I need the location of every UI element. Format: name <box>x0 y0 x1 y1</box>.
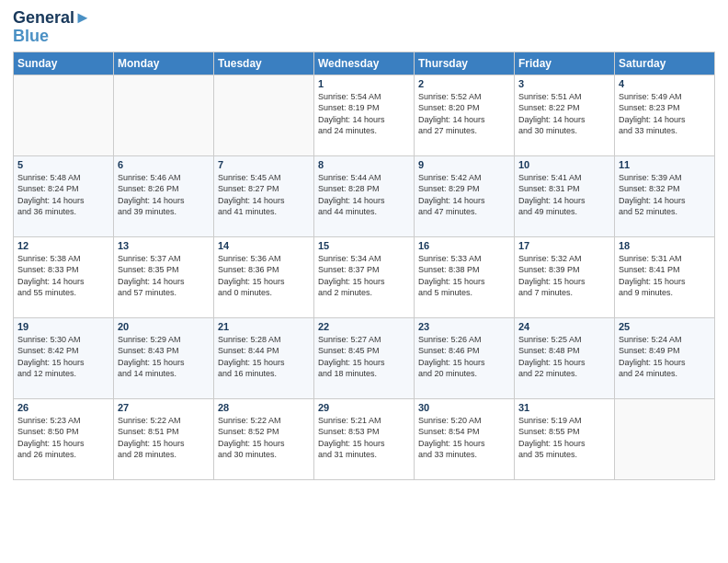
col-header-tuesday: Tuesday <box>214 52 314 75</box>
day-cell: 24Sunrise: 5:25 AM Sunset: 8:48 PM Dayli… <box>515 317 615 398</box>
day-cell: 26Sunrise: 5:23 AM Sunset: 8:50 PM Dayli… <box>14 398 114 479</box>
day-cell: 31Sunrise: 5:19 AM Sunset: 8:55 PM Dayli… <box>515 398 615 479</box>
day-number: 30 <box>418 402 510 413</box>
calendar-header-row: SundayMondayTuesdayWednesdayThursdayFrid… <box>14 52 715 75</box>
col-header-sunday: Sunday <box>14 52 114 75</box>
day-info: Sunrise: 5:32 AM Sunset: 8:39 PM Dayligh… <box>518 253 610 299</box>
day-info: Sunrise: 5:45 AM Sunset: 8:27 PM Dayligh… <box>218 172 310 218</box>
day-number: 31 <box>518 402 610 413</box>
day-info: Sunrise: 5:39 AM Sunset: 8:32 PM Dayligh… <box>619 172 711 218</box>
day-number: 21 <box>218 321 310 332</box>
day-cell: 21Sunrise: 5:28 AM Sunset: 8:44 PM Dayli… <box>214 317 314 398</box>
day-number: 27 <box>118 402 210 413</box>
day-number: 23 <box>418 321 510 332</box>
col-header-saturday: Saturday <box>615 52 715 75</box>
day-number: 4 <box>619 78 711 89</box>
page: General► Blue SundayMondayTuesdayWednesd… <box>0 0 728 563</box>
day-cell: 30Sunrise: 5:20 AM Sunset: 8:54 PM Dayli… <box>415 398 515 479</box>
day-info: Sunrise: 5:44 AM Sunset: 8:28 PM Dayligh… <box>318 172 410 218</box>
day-cell <box>615 398 715 479</box>
week-row-3: 12Sunrise: 5:38 AM Sunset: 8:33 PM Dayli… <box>14 236 715 317</box>
day-number: 3 <box>518 78 610 89</box>
day-cell: 11Sunrise: 5:39 AM Sunset: 8:32 PM Dayli… <box>615 155 715 236</box>
day-info: Sunrise: 5:33 AM Sunset: 8:38 PM Dayligh… <box>418 253 510 299</box>
day-number: 26 <box>17 402 109 413</box>
day-info: Sunrise: 5:27 AM Sunset: 8:45 PM Dayligh… <box>318 334 410 380</box>
header: General► Blue <box>13 9 715 46</box>
day-number: 15 <box>318 240 410 251</box>
day-info: Sunrise: 5:36 AM Sunset: 8:36 PM Dayligh… <box>218 253 310 299</box>
day-number: 24 <box>518 321 610 332</box>
day-cell: 6Sunrise: 5:46 AM Sunset: 8:26 PM Daylig… <box>114 155 214 236</box>
day-cell: 17Sunrise: 5:32 AM Sunset: 8:39 PM Dayli… <box>515 236 615 317</box>
day-number: 6 <box>118 159 210 170</box>
day-number: 12 <box>17 240 109 251</box>
day-number: 29 <box>318 402 410 413</box>
day-number: 7 <box>218 159 310 170</box>
day-info: Sunrise: 5:42 AM Sunset: 8:29 PM Dayligh… <box>418 172 510 218</box>
week-row-2: 5Sunrise: 5:48 AM Sunset: 8:24 PM Daylig… <box>14 155 715 236</box>
day-cell: 19Sunrise: 5:30 AM Sunset: 8:42 PM Dayli… <box>14 317 114 398</box>
week-row-1: 1Sunrise: 5:54 AM Sunset: 8:19 PM Daylig… <box>14 75 715 155</box>
day-number: 22 <box>318 321 410 332</box>
week-row-4: 19Sunrise: 5:30 AM Sunset: 8:42 PM Dayli… <box>14 317 715 398</box>
day-cell: 20Sunrise: 5:29 AM Sunset: 8:43 PM Dayli… <box>114 317 214 398</box>
day-info: Sunrise: 5:20 AM Sunset: 8:54 PM Dayligh… <box>418 415 510 461</box>
day-cell: 4Sunrise: 5:49 AM Sunset: 8:23 PM Daylig… <box>615 75 715 155</box>
day-cell <box>14 75 114 155</box>
day-info: Sunrise: 5:51 AM Sunset: 8:22 PM Dayligh… <box>518 91 610 137</box>
day-cell: 18Sunrise: 5:31 AM Sunset: 8:41 PM Dayli… <box>615 236 715 317</box>
day-number: 11 <box>619 159 711 170</box>
day-cell: 28Sunrise: 5:22 AM Sunset: 8:52 PM Dayli… <box>214 398 314 479</box>
day-info: Sunrise: 5:26 AM Sunset: 8:46 PM Dayligh… <box>418 334 510 380</box>
day-info: Sunrise: 5:41 AM Sunset: 8:31 PM Dayligh… <box>518 172 610 218</box>
day-number: 20 <box>118 321 210 332</box>
day-cell: 3Sunrise: 5:51 AM Sunset: 8:22 PM Daylig… <box>515 75 615 155</box>
day-cell: 9Sunrise: 5:42 AM Sunset: 8:29 PM Daylig… <box>415 155 515 236</box>
day-number: 17 <box>518 240 610 251</box>
logo: General► Blue <box>13 9 91 46</box>
day-info: Sunrise: 5:48 AM Sunset: 8:24 PM Dayligh… <box>17 172 109 218</box>
col-header-wednesday: Wednesday <box>314 52 415 75</box>
day-info: Sunrise: 5:52 AM Sunset: 8:20 PM Dayligh… <box>418 91 510 137</box>
day-number: 13 <box>118 240 210 251</box>
day-info: Sunrise: 5:29 AM Sunset: 8:43 PM Dayligh… <box>118 334 210 380</box>
col-header-thursday: Thursday <box>415 52 515 75</box>
day-info: Sunrise: 5:22 AM Sunset: 8:51 PM Dayligh… <box>118 415 210 461</box>
col-header-monday: Monday <box>114 52 214 75</box>
day-cell: 14Sunrise: 5:36 AM Sunset: 8:36 PM Dayli… <box>214 236 314 317</box>
day-cell: 8Sunrise: 5:44 AM Sunset: 8:28 PM Daylig… <box>314 155 415 236</box>
day-info: Sunrise: 5:38 AM Sunset: 8:33 PM Dayligh… <box>17 253 109 299</box>
day-number: 1 <box>318 78 410 89</box>
day-cell <box>214 75 314 155</box>
day-cell: 16Sunrise: 5:33 AM Sunset: 8:38 PM Dayli… <box>415 236 515 317</box>
day-cell: 27Sunrise: 5:22 AM Sunset: 8:51 PM Dayli… <box>114 398 214 479</box>
day-cell: 23Sunrise: 5:26 AM Sunset: 8:46 PM Dayli… <box>415 317 515 398</box>
day-number: 2 <box>418 78 510 89</box>
day-info: Sunrise: 5:31 AM Sunset: 8:41 PM Dayligh… <box>619 253 711 299</box>
day-cell: 29Sunrise: 5:21 AM Sunset: 8:53 PM Dayli… <box>314 398 415 479</box>
day-number: 25 <box>619 321 711 332</box>
day-info: Sunrise: 5:49 AM Sunset: 8:23 PM Dayligh… <box>619 91 711 137</box>
day-info: Sunrise: 5:25 AM Sunset: 8:48 PM Dayligh… <box>518 334 610 380</box>
day-info: Sunrise: 5:46 AM Sunset: 8:26 PM Dayligh… <box>118 172 210 218</box>
day-number: 8 <box>318 159 410 170</box>
day-cell: 1Sunrise: 5:54 AM Sunset: 8:19 PM Daylig… <box>314 75 415 155</box>
day-info: Sunrise: 5:23 AM Sunset: 8:50 PM Dayligh… <box>17 415 109 461</box>
day-number: 28 <box>218 402 310 413</box>
day-cell: 2Sunrise: 5:52 AM Sunset: 8:20 PM Daylig… <box>415 75 515 155</box>
logo-blue: Blue <box>13 28 91 46</box>
day-number: 14 <box>218 240 310 251</box>
day-info: Sunrise: 5:24 AM Sunset: 8:49 PM Dayligh… <box>619 334 711 380</box>
day-cell: 7Sunrise: 5:45 AM Sunset: 8:27 PM Daylig… <box>214 155 314 236</box>
day-info: Sunrise: 5:22 AM Sunset: 8:52 PM Dayligh… <box>218 415 310 461</box>
day-number: 16 <box>418 240 510 251</box>
day-info: Sunrise: 5:54 AM Sunset: 8:19 PM Dayligh… <box>318 91 410 137</box>
day-number: 19 <box>17 321 109 332</box>
day-info: Sunrise: 5:30 AM Sunset: 8:42 PM Dayligh… <box>17 334 109 380</box>
day-cell: 12Sunrise: 5:38 AM Sunset: 8:33 PM Dayli… <box>14 236 114 317</box>
day-number: 5 <box>17 159 109 170</box>
day-cell: 5Sunrise: 5:48 AM Sunset: 8:24 PM Daylig… <box>14 155 114 236</box>
logo-text: General► <box>13 9 91 28</box>
calendar: SundayMondayTuesdayWednesdayThursdayFrid… <box>13 52 715 480</box>
